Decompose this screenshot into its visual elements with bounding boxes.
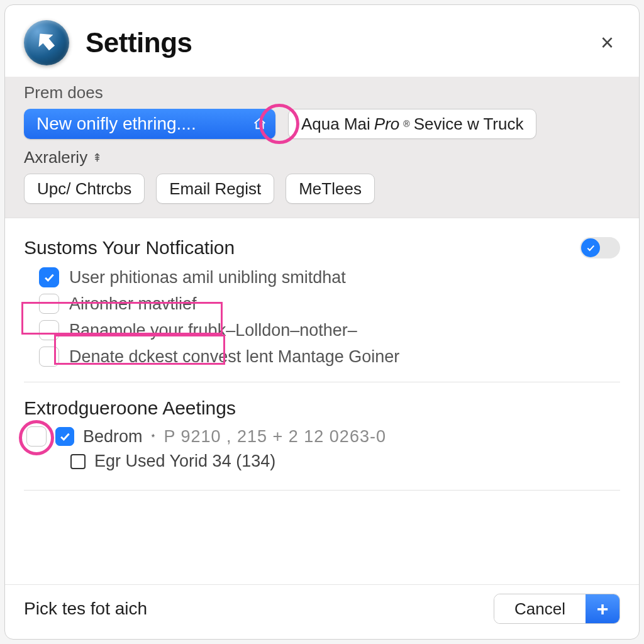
app-icon <box>24 20 69 65</box>
axraleriy-label: Axraleriy ⇞ <box>24 148 102 167</box>
prem-dropdown[interactable]: New onifly ethring.... <box>24 109 275 139</box>
stack-icon: ⇞ <box>92 151 102 165</box>
option-checkbox-2[interactable] <box>39 320 59 340</box>
aqua-mai-italic: Pro <box>374 114 399 134</box>
option-row-0: User phitionas amil unibling smitdhat <box>39 267 620 287</box>
footer-text: Pick tes fot aich <box>24 599 147 619</box>
option-checkbox-0[interactable] <box>39 267 59 287</box>
option-row-2: Banamole your frubk–Lolldon–nother– <box>39 320 620 340</box>
meeting2-checkbox[interactable] <box>70 454 86 469</box>
add-button[interactable]: + <box>586 594 619 623</box>
aqua-mai-reg: ® <box>403 119 409 129</box>
header: Settings × <box>5 5 639 77</box>
group2-title: Extrodgueroone Aeetings <box>24 397 620 419</box>
cancel-button[interactable]: Cancel <box>494 594 586 623</box>
check-icon <box>43 271 55 284</box>
meeting-sup: * <box>152 431 155 442</box>
aqua-mai-suffix: Sevice w Truck <box>414 114 524 134</box>
divider-1 <box>24 382 620 382</box>
home-icon <box>253 117 267 131</box>
check-icon <box>58 430 71 443</box>
page-title: Settings <box>86 27 192 58</box>
option-label-0: User phitionas amil unibling smitdhat <box>69 268 346 287</box>
top-section: Prem does New onifly ethring.... Aqua Ma… <box>5 77 639 218</box>
notification-toggle[interactable] <box>580 237 620 258</box>
option-row-3: Denate dckest convest lent Mantage Goine… <box>39 347 620 367</box>
content: Sustoms Your Notfication User phitionas … <box>5 218 639 584</box>
axraleriy-text: Axraleriy <box>24 148 87 167</box>
option-label-2: Banamole your frubk–Lolldon–nother– <box>69 321 357 340</box>
prem-label: Prem does <box>24 83 620 103</box>
ax-button-1[interactable]: Email Regist <box>156 174 274 204</box>
ax-button-2[interactable]: MeTlees <box>286 174 375 204</box>
option-checkbox-1[interactable] <box>39 294 59 314</box>
check-icon <box>586 243 596 253</box>
footer-button-combo: Cancel + <box>494 594 620 624</box>
option-label-3: Denate dckest convest lent Mantage Goine… <box>69 347 399 367</box>
group1-title: Sustoms Your Notfication <box>24 237 235 258</box>
prem-dropdown-text: New onifly ethring.... <box>36 114 196 134</box>
option-label-1: Aironher mavtlief <box>69 294 197 314</box>
divider-2 <box>24 490 620 491</box>
footer: Pick tes fot aich Cancel + <box>5 584 639 639</box>
aqua-mai-prefix: Aqua Mai <box>301 114 370 134</box>
option-checkbox-3[interactable] <box>39 347 59 367</box>
meeting-inner-checkbox[interactable] <box>55 427 74 446</box>
option-row-1: Aironher mavtlief <box>39 294 620 314</box>
toggle-knob <box>581 238 600 257</box>
meeting-code: P 9210 , 215 + 2 12 0263-0 <box>164 427 386 447</box>
aqua-mai-button[interactable]: Aqua Mai Pro® Sevice w Truck <box>288 109 536 139</box>
meeting-row-2: Egr Used Yorid 34 (134) <box>24 452 620 471</box>
settings-window: Settings × Prem does New onifly ethring.… <box>4 4 640 640</box>
meeting2-label: Egr Used Yorid 34 (134) <box>94 452 275 471</box>
meeting-name: Bedrom <box>83 427 143 447</box>
meeting-row-1: Bedrom* P 9210 , 215 + 2 12 0263-0 <box>24 426 620 447</box>
ax-button-0[interactable]: Upc/ Chtrcbs <box>24 174 145 204</box>
close-icon[interactable]: × <box>594 28 620 58</box>
meeting-outer-checkbox[interactable] <box>26 426 47 447</box>
